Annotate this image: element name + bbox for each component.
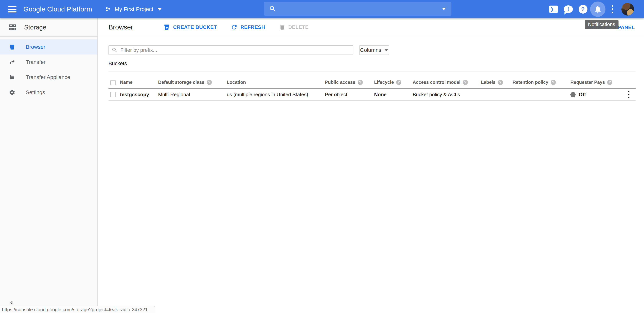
sidebar-item-browser[interactable]: Browser [0, 39, 97, 54]
search-dropdown-caret-icon[interactable] [442, 8, 446, 10]
feedback-icon: ! [564, 5, 573, 13]
column-header-retention-policy: Retention policy ? [512, 80, 570, 88]
refresh-icon [231, 24, 238, 31]
search-icon [112, 47, 118, 53]
bucket-icon [9, 44, 15, 50]
column-header-requester-pays: Requester Pays ? [570, 80, 622, 88]
sidebar-item-transfer[interactable]: Transfer [0, 54, 97, 70]
help-icon[interactable]: ? [396, 80, 401, 85]
sidebar-item-transfer-appliance[interactable]: Transfer Appliance [0, 70, 97, 85]
filter-by-prefix-input[interactable] [120, 46, 353, 54]
sidebar-item-label: Transfer [26, 59, 46, 65]
product-logo[interactable]: Google Cloud Platform [24, 5, 92, 13]
help-button[interactable]: ? [576, 0, 590, 18]
cell-public-access: Per object [325, 92, 374, 98]
search-bar[interactable] [264, 2, 452, 16]
column-header-lifecycle: Lifecycle ? [374, 80, 413, 88]
gcp-console: Google Cloud Platform My First Project ❯… [0, 0, 644, 313]
topbar-actions: ❯_ ! ? [546, 0, 634, 18]
column-header-storage-class: Default storage class ? [158, 80, 227, 88]
project-selector[interactable]: My First Project [105, 6, 162, 12]
trash-icon [279, 24, 286, 30]
filter-row: Columns [108, 45, 644, 55]
cell-lifecycle: None [374, 92, 413, 98]
notifications-tooltip: Notifications [585, 20, 618, 29]
sidebar-title: Storage [24, 24, 46, 31]
page-toolbar: Browser CREATE BUCKET REFRESH DELETE [98, 18, 644, 36]
avatar[interactable] [622, 3, 634, 15]
table-header-row: Name Default storage class ? Location Pu… [108, 72, 636, 89]
column-header-location: Location [227, 80, 325, 88]
help-icon[interactable]: ? [498, 80, 503, 85]
status-dot-icon [570, 92, 576, 97]
gear-icon [9, 89, 15, 96]
delete-label: DELETE [288, 24, 308, 30]
transfer-icon [9, 59, 15, 65]
global-search-input[interactable] [276, 4, 452, 13]
columns-button[interactable]: Columns [359, 45, 389, 55]
help-icon[interactable]: ? [463, 80, 468, 85]
help-icon[interactable]: ? [358, 80, 363, 85]
column-header-labels: Labels ? [481, 80, 512, 88]
sidebar-nav: Browser Transfer Transfer Appliance Sett… [0, 37, 97, 100]
bell-icon [594, 5, 602, 13]
column-header-name: Name [120, 80, 158, 88]
create-bucket-icon [163, 24, 170, 31]
create-bucket-label: CREATE BUCKET [173, 24, 217, 30]
feedback-button[interactable]: ! [561, 0, 576, 18]
buckets-table: Name Default storage class ? Location Pu… [108, 72, 636, 101]
cloud-shell-button[interactable]: ❯_ [546, 0, 561, 18]
columns-label: Columns [360, 47, 381, 53]
buckets-section-label: Buckets [108, 61, 644, 67]
sidebar: Storage Browser Transfer Transfer Applia… [0, 18, 98, 313]
cell-location: us (multiple regions in United States) [227, 92, 325, 98]
chevron-down-icon [158, 8, 162, 10]
help-icon: ? [579, 5, 588, 13]
column-header-public-access: Public access ? [325, 80, 374, 88]
search-icon [269, 5, 276, 13]
sidebar-item-settings[interactable]: Settings [0, 85, 97, 100]
project-icon [105, 6, 111, 12]
top-app-bar: Google Cloud Platform My First Project ❯… [0, 0, 644, 18]
cell-access-control: Bucket policy & ACLs [413, 92, 481, 98]
column-header-access-control: Access control model ? [413, 80, 481, 88]
cell-bucket-name[interactable]: testgcscopy [120, 92, 158, 98]
status-bar-url: https://console.cloud.google.com/storage… [0, 306, 155, 313]
sidebar-item-label: Settings [26, 89, 45, 95]
help-icon[interactable]: ? [206, 80, 212, 85]
main-content: Browser CREATE BUCKET REFRESH DELETE [98, 18, 644, 313]
hamburger-menu-icon[interactable] [8, 6, 16, 12]
table-row[interactable]: testgcscopy Multi-Regional us (multiple … [108, 89, 636, 101]
refresh-button[interactable]: REFRESH [231, 24, 265, 31]
page-title: Browser [108, 23, 133, 31]
more-options-button[interactable] [605, 0, 620, 18]
delete-button[interactable]: DELETE [279, 24, 308, 30]
kebab-icon [612, 5, 613, 13]
sidebar-header: Storage [0, 18, 97, 37]
help-icon[interactable]: ? [607, 80, 612, 85]
filter-field[interactable] [108, 45, 353, 55]
select-all-checkbox[interactable] [110, 80, 116, 85]
storage-product-icon [8, 23, 17, 32]
refresh-label: REFRESH [240, 24, 265, 30]
row-actions-kebab-icon[interactable] [625, 91, 632, 98]
collapse-icon [8, 300, 15, 306]
help-icon[interactable]: ? [551, 80, 556, 85]
cell-storage-class: Multi-Regional [158, 92, 227, 98]
create-bucket-button[interactable]: CREATE BUCKET [163, 24, 217, 31]
cloud-shell-icon: ❯_ [549, 5, 558, 13]
cell-requester-pays: Off [570, 92, 622, 98]
sidebar-item-label: Browser [26, 44, 46, 50]
chevron-down-icon [384, 49, 388, 51]
sidebar-item-label: Transfer Appliance [26, 74, 70, 80]
notifications-button[interactable] [590, 0, 605, 18]
transfer-appliance-icon [9, 74, 15, 81]
row-checkbox[interactable] [110, 92, 116, 97]
project-name: My First Project [114, 6, 153, 12]
